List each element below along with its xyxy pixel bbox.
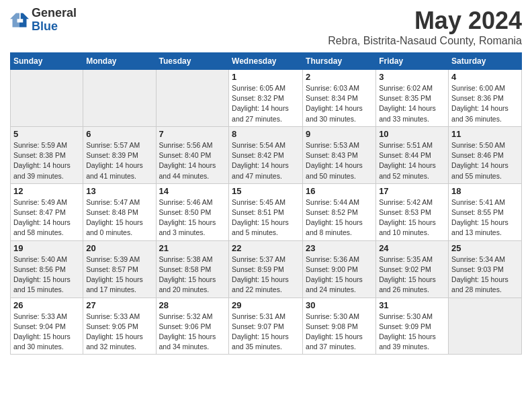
day-info: Sunrise: 5:32 AM Sunset: 9:06 PM Dayligh…: [159, 312, 226, 353]
day-number: 6: [86, 129, 152, 139]
day-number: 18: [451, 186, 519, 196]
logo-icon: [10, 11, 29, 30]
day-number: 20: [86, 243, 152, 253]
calendar-day-cell: 29Sunrise: 5:31 AM Sunset: 9:07 PM Dayli…: [229, 298, 303, 355]
calendar-table: SundayMondayTuesdayWednesdayThursdayFrid…: [10, 52, 522, 355]
weekday-header: Sunday: [11, 53, 83, 70]
calendar-day-cell: 23Sunrise: 5:36 AM Sunset: 9:00 PM Dayli…: [303, 240, 376, 298]
day-number: 3: [379, 72, 445, 82]
day-info: Sunrise: 5:51 AM Sunset: 8:44 PM Dayligh…: [379, 140, 445, 181]
weekday-header: Wednesday: [229, 53, 303, 70]
calendar-day-cell: 31Sunrise: 5:30 AM Sunset: 9:09 PM Dayli…: [376, 298, 449, 355]
calendar-week-row: 12Sunrise: 5:49 AM Sunset: 8:47 PM Dayli…: [11, 183, 522, 240]
day-number: 19: [13, 243, 80, 253]
calendar-day-cell: 19Sunrise: 5:40 AM Sunset: 8:56 PM Dayli…: [11, 240, 83, 298]
day-info: Sunrise: 5:50 AM Sunset: 8:46 PM Dayligh…: [451, 140, 519, 181]
month-title: May 2024: [328, 7, 522, 35]
weekday-header: Tuesday: [156, 53, 229, 70]
day-info: Sunrise: 5:38 AM Sunset: 8:58 PM Dayligh…: [159, 255, 226, 295]
calendar-day-cell: 15Sunrise: 5:45 AM Sunset: 8:51 PM Dayli…: [229, 183, 303, 240]
calendar-day-cell: 4Sunrise: 6:00 AM Sunset: 8:36 PM Daylig…: [449, 70, 522, 127]
calendar-week-row: 26Sunrise: 5:33 AM Sunset: 9:04 PM Dayli…: [11, 298, 522, 355]
calendar-week-row: 19Sunrise: 5:40 AM Sunset: 8:56 PM Dayli…: [11, 240, 522, 298]
day-number: 14: [159, 186, 226, 196]
page-header: General Blue May 2024 Rebra, Bistrita-Na…: [10, 7, 522, 47]
calendar-day-cell: 3Sunrise: 6:02 AM Sunset: 8:35 PM Daylig…: [376, 70, 449, 127]
weekday-header: Friday: [376, 53, 449, 70]
calendar-week-row: 5Sunrise: 5:59 AM Sunset: 8:38 PM Daylig…: [11, 126, 522, 183]
calendar-day-cell: 8Sunrise: 5:54 AM Sunset: 8:42 PM Daylig…: [229, 126, 303, 183]
weekday-header: Monday: [83, 53, 156, 70]
day-info: Sunrise: 5:35 AM Sunset: 9:02 PM Dayligh…: [379, 255, 445, 295]
svg-marker-1: [10, 13, 19, 27]
day-number: 8: [232, 129, 300, 139]
day-info: Sunrise: 5:53 AM Sunset: 8:43 PM Dayligh…: [306, 140, 373, 181]
calendar-day-cell: 5Sunrise: 5:59 AM Sunset: 8:38 PM Daylig…: [11, 126, 83, 183]
svg-marker-0: [19, 13, 29, 27]
day-info: Sunrise: 5:37 AM Sunset: 8:59 PM Dayligh…: [232, 255, 300, 295]
logo-text: General Blue: [32, 7, 77, 34]
calendar-day-cell: 25Sunrise: 5:34 AM Sunset: 9:03 PM Dayli…: [449, 240, 522, 298]
day-info: Sunrise: 5:39 AM Sunset: 8:57 PM Dayligh…: [86, 255, 152, 295]
day-info: Sunrise: 6:00 AM Sunset: 8:36 PM Dayligh…: [451, 83, 519, 124]
calendar-week-row: 1Sunrise: 6:05 AM Sunset: 8:32 PM Daylig…: [11, 70, 522, 127]
day-number: 21: [159, 243, 226, 253]
day-info: Sunrise: 6:02 AM Sunset: 8:35 PM Dayligh…: [379, 83, 445, 124]
day-number: 25: [451, 243, 519, 253]
calendar-day-cell: 2Sunrise: 6:03 AM Sunset: 8:34 PM Daylig…: [303, 70, 376, 127]
day-number: 15: [232, 186, 300, 196]
day-info: Sunrise: 5:31 AM Sunset: 9:07 PM Dayligh…: [232, 312, 300, 353]
calendar-day-cell: 17Sunrise: 5:42 AM Sunset: 8:53 PM Dayli…: [376, 183, 449, 240]
day-number: 2: [306, 72, 373, 82]
calendar-day-cell: 7Sunrise: 5:56 AM Sunset: 8:40 PM Daylig…: [156, 126, 229, 183]
calendar-day-cell: 12Sunrise: 5:49 AM Sunset: 8:47 PM Dayli…: [11, 183, 83, 240]
day-info: Sunrise: 5:33 AM Sunset: 9:04 PM Dayligh…: [13, 312, 80, 353]
calendar-day-cell: 22Sunrise: 5:37 AM Sunset: 8:59 PM Dayli…: [229, 240, 303, 298]
day-number: 17: [379, 186, 445, 196]
calendar-day-cell: 26Sunrise: 5:33 AM Sunset: 9:04 PM Dayli…: [11, 298, 83, 355]
day-number: 12: [13, 186, 80, 196]
calendar-day-cell: 11Sunrise: 5:50 AM Sunset: 8:46 PM Dayli…: [449, 126, 522, 183]
day-info: Sunrise: 5:40 AM Sunset: 8:56 PM Dayligh…: [13, 255, 80, 295]
day-number: 31: [379, 300, 445, 310]
day-info: Sunrise: 5:36 AM Sunset: 9:00 PM Dayligh…: [306, 255, 373, 295]
day-number: 4: [451, 72, 519, 82]
day-number: 26: [13, 300, 80, 310]
day-info: Sunrise: 5:47 AM Sunset: 8:48 PM Dayligh…: [86, 197, 152, 238]
day-number: 29: [232, 300, 300, 310]
calendar-day-cell: 14Sunrise: 5:46 AM Sunset: 8:50 PM Dayli…: [156, 183, 229, 240]
calendar-day-cell: 6Sunrise: 5:57 AM Sunset: 8:39 PM Daylig…: [83, 126, 156, 183]
day-info: Sunrise: 5:30 AM Sunset: 9:09 PM Dayligh…: [379, 312, 445, 353]
day-number: 28: [159, 300, 226, 310]
calendar-day-cell: 9Sunrise: 5:53 AM Sunset: 8:43 PM Daylig…: [303, 126, 376, 183]
weekday-header: Saturday: [449, 53, 522, 70]
calendar-day-cell: [83, 70, 156, 127]
calendar-header-row: SundayMondayTuesdayWednesdayThursdayFrid…: [11, 53, 522, 70]
calendar-day-cell: 28Sunrise: 5:32 AM Sunset: 9:06 PM Dayli…: [156, 298, 229, 355]
calendar-day-cell: 24Sunrise: 5:35 AM Sunset: 9:02 PM Dayli…: [376, 240, 449, 298]
day-info: Sunrise: 5:57 AM Sunset: 8:39 PM Dayligh…: [86, 140, 152, 181]
calendar-day-cell: [449, 298, 522, 355]
day-info: Sunrise: 5:54 AM Sunset: 8:42 PM Dayligh…: [232, 140, 300, 181]
day-number: 24: [379, 243, 445, 253]
day-info: Sunrise: 5:30 AM Sunset: 9:08 PM Dayligh…: [306, 312, 373, 353]
day-number: 10: [379, 129, 445, 139]
day-info: Sunrise: 5:45 AM Sunset: 8:51 PM Dayligh…: [232, 197, 300, 238]
day-number: 11: [451, 129, 519, 139]
day-info: Sunrise: 5:46 AM Sunset: 8:50 PM Dayligh…: [159, 197, 226, 238]
day-info: Sunrise: 5:44 AM Sunset: 8:52 PM Dayligh…: [306, 197, 373, 238]
day-info: Sunrise: 5:33 AM Sunset: 9:05 PM Dayligh…: [86, 312, 152, 353]
day-number: 5: [13, 129, 80, 139]
weekday-header: Thursday: [303, 53, 376, 70]
logo: General Blue: [10, 7, 77, 34]
calendar-day-cell: 16Sunrise: 5:44 AM Sunset: 8:52 PM Dayli…: [303, 183, 376, 240]
calendar-day-cell: 21Sunrise: 5:38 AM Sunset: 8:58 PM Dayli…: [156, 240, 229, 298]
day-info: Sunrise: 5:49 AM Sunset: 8:47 PM Dayligh…: [13, 197, 80, 238]
day-number: 22: [232, 243, 300, 253]
calendar-day-cell: 13Sunrise: 5:47 AM Sunset: 8:48 PM Dayli…: [83, 183, 156, 240]
day-info: Sunrise: 5:41 AM Sunset: 8:55 PM Dayligh…: [451, 197, 519, 238]
day-info: Sunrise: 6:03 AM Sunset: 8:34 PM Dayligh…: [306, 83, 373, 124]
calendar-day-cell: [156, 70, 229, 127]
day-number: 13: [86, 186, 152, 196]
calendar-day-cell: 1Sunrise: 6:05 AM Sunset: 8:32 PM Daylig…: [229, 70, 303, 127]
